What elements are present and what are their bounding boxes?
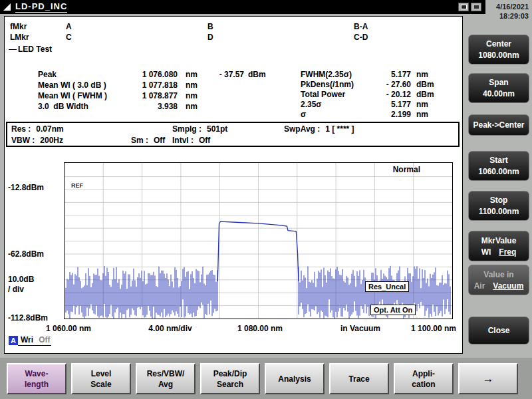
x-axis-stop-label: 1 100.00 nm <box>411 324 456 333</box>
time-text: 18:29:03 <box>479 11 529 21</box>
analysis-row-totalpower: Total Power- 20.12dBm <box>287 80 434 90</box>
param-unit: nm <box>416 110 428 119</box>
spectrum-plot[interactable] <box>65 163 452 319</box>
titlebar: LD-PD_INC <box>0 0 485 14</box>
y-div-label: 10.0dB <box>8 275 34 284</box>
y-axis-bottom-label: -112.8dBm <box>8 313 48 323</box>
opt-att-flag: Opt. Att On <box>370 305 416 315</box>
param-unit2: dBm <box>248 70 266 79</box>
right-arrow-icon: → <box>460 372 517 386</box>
fkey-analysis[interactable]: Analysis <box>265 363 325 394</box>
fmkr-label: fMkr <box>10 22 27 31</box>
restore-icon <box>461 5 467 9</box>
lmkr-d: D <box>207 33 213 42</box>
fkey-more-arrow[interactable]: → <box>458 363 518 394</box>
sm-setting: Sm :Off <box>131 136 165 145</box>
fkey-peak-dip-search[interactable]: Peak/DipSearch <box>200 363 260 394</box>
mkrvalue-option-freq[interactable]: Freq <box>499 247 516 257</box>
intvl-setting: Intvl :Off <box>172 136 210 145</box>
param-value: 3.938 <box>111 102 178 111</box>
trace-status: A WriOff <box>9 335 51 346</box>
softkey-span[interactable]: Span40.00nm <box>468 73 529 103</box>
trace-a-badge: A <box>9 336 18 345</box>
x-axis-center-label: 1 080.00 nm <box>237 324 283 333</box>
fkey-level-scale[interactable]: LevelScale <box>71 363 131 394</box>
sweep-settings-box: Res :0.07nm Smplg :501pt SwpAvg :1 [ ***… <box>6 122 460 147</box>
group-divider <box>9 49 17 50</box>
fmkr-b: B <box>207 22 213 31</box>
fkey-wavelength[interactable]: Wave-length <box>7 363 66 394</box>
x-axis-start-label: 1 060.00 nm <box>46 324 91 333</box>
valuein-option-air[interactable]: Air <box>474 281 485 291</box>
analysis-row-mean3db: Mean WI ( 3.0 dB )1 077.818nm <box>25 71 204 82</box>
trace-mode-group: WriOff <box>18 335 51 346</box>
softkey-mkrvalue[interactable]: MkrValue WIFreq <box>468 231 529 261</box>
fkey-application[interactable]: Appli-cation <box>394 363 454 394</box>
fkey-res-vbw-avg[interactable]: Res/VBW/Avg <box>136 363 196 394</box>
param-value: 2.199 <box>374 110 411 119</box>
softkey-stop[interactable]: Stop1100.00nm <box>468 191 529 221</box>
softkey-close[interactable]: Close <box>468 317 529 344</box>
fmkr-diff: B-A <box>354 22 368 31</box>
analysis-row-3dbwidth: 3.0 dB Width3.938nm <box>25 92 204 103</box>
main-panel: fMkr A B B-A LMkr C D C-D LED Test Peak1… <box>4 16 463 354</box>
softkey-center[interactable]: Center1080.00nm <box>468 35 529 65</box>
param-name: 3.0 dB Width <box>38 102 111 111</box>
trace-write-label: Wri <box>21 335 33 344</box>
y-div-label-2: / div <box>8 285 24 294</box>
lmkr-c: C <box>66 33 72 42</box>
valuein-option-vacuum[interactable]: Vacuum <box>493 281 523 291</box>
softkey-value-in[interactable]: Value in AirVacuum <box>468 265 529 295</box>
y-axis-top-label: -12.8dBm <box>8 183 44 192</box>
trace-state-label: Off <box>39 335 50 344</box>
param-unit: nm <box>186 102 204 111</box>
lmkr-label: LMkr <box>10 33 29 42</box>
softkey-start[interactable]: Start1060.00nm <box>468 151 529 181</box>
swpavg-setting: SwpAvg :1 [ **** ] <box>284 124 354 134</box>
window-title: LD-PD_INC <box>15 1 67 13</box>
analysis-row-peak: Peak1 076.080nm- 37.57dBm <box>25 61 266 71</box>
mkrvalue-option-wl[interactable]: WI <box>481 247 491 257</box>
param-name: σ <box>301 110 374 119</box>
vbw-setting: VBW :200Hz <box>11 136 63 145</box>
analysis-row-fwhm: FWHM(2.35σ)5.177nm <box>287 61 428 70</box>
analysis-row-pkdens: PkDens(/1nm)- 27.60dBm <box>287 70 434 80</box>
fmkr-a: A <box>66 22 72 31</box>
analysis-row-meanfwhm: Mean WI ( FWHM )1 078.877nm <box>25 82 204 92</box>
fkey-trace[interactable]: Trace <box>329 363 389 394</box>
param-value2: - 37.57 <box>208 70 244 79</box>
display-mode-label: Normal <box>393 165 420 174</box>
datetime-display: 4/16/2021 18:29:03 <box>479 2 529 21</box>
lmkr-diff: C-D <box>354 33 368 42</box>
maximize-icon <box>474 5 479 9</box>
osa-screen: LD-PD_INC 4/16/2021 18:29:03 fMkr A B B-… <box>0 0 532 399</box>
analysis-row-sigma: σ2.199nm <box>287 100 428 110</box>
date-text: 4/16/2021 <box>479 2 529 11</box>
analysis-row-235sigma: 2.35σ5.177nm <box>287 90 428 100</box>
x-axis-div-label: 4.00 nm/div <box>148 324 192 333</box>
y-axis-mid-label: -62.8dBm <box>8 249 44 259</box>
window-restore-button[interactable] <box>458 3 469 11</box>
smplg-setting: Smplg :501pt <box>172 124 227 134</box>
x-axis-medium-label: in Vacuum <box>340 324 380 333</box>
res-uncal-flag: Res_Uncal <box>365 281 409 292</box>
res-setting: Res :0.07nm <box>11 124 64 134</box>
spectrum-chart[interactable]: Normal REF Res_Uncal Opt. Att On <box>64 162 453 319</box>
analysis-group-label: LED Test <box>18 45 52 54</box>
brand-logo-icon <box>3 3 11 11</box>
window-buttons <box>458 3 481 11</box>
ref-level-label: REF <box>71 182 83 189</box>
softkey-peak-to-center[interactable]: Peak->Center <box>468 114 529 136</box>
